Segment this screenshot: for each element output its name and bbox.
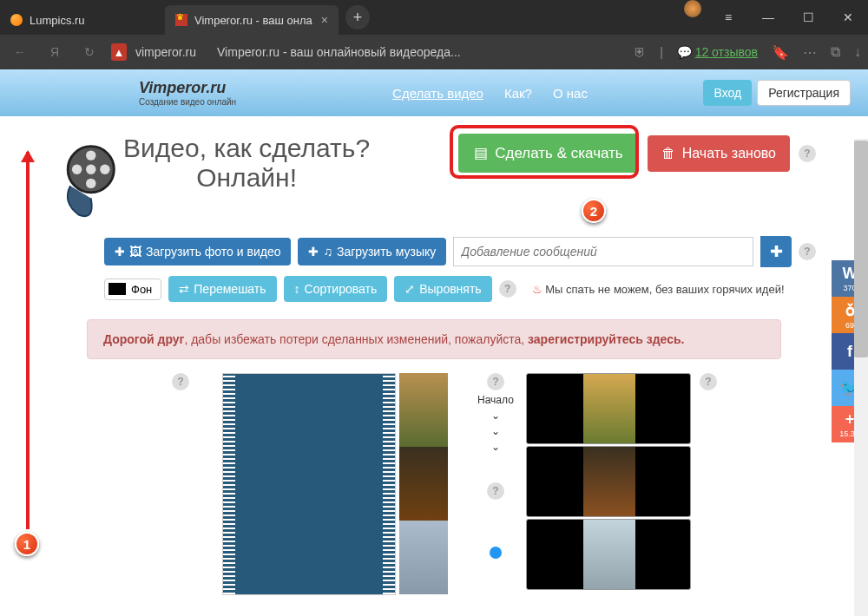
message-input[interactable]: [453, 237, 753, 266]
align-icon: ⤢: [404, 282, 415, 296]
register-here-link[interactable]: зарегистрируйтесь здесь.: [528, 332, 684, 346]
annotation-marker-1: 1: [15, 532, 39, 556]
maximize-button[interactable]: ☐: [788, 0, 828, 35]
svg-point-2: [86, 150, 95, 160]
svg-point-5: [100, 165, 109, 174]
music-icon: ♫: [323, 245, 332, 259]
slider-handle[interactable]: [490, 547, 502, 559]
favicon-icon: [175, 14, 187, 26]
svg-point-4: [72, 165, 82, 174]
tab-label: Vimperor.ru - ваш онла: [194, 14, 312, 27]
help-icon[interactable]: ?: [172, 373, 189, 390]
chevron-down-icon[interactable]: ⌄: [491, 410, 500, 422]
plus-icon: ✚: [308, 245, 319, 259]
chevron-down-icon[interactable]: ⌄: [491, 425, 500, 437]
color-swatch: [108, 283, 126, 295]
yandex-icon[interactable]: Я: [42, 45, 68, 59]
upload-music-button[interactable]: ✚ ♫ Загрузить музыку: [298, 238, 446, 265]
reload-button[interactable]: ↻: [76, 45, 102, 59]
ideas-link[interactable]: ваших горячих идей: [676, 283, 781, 296]
help-icon[interactable]: ?: [487, 482, 504, 500]
browser-tab-lumpics[interactable]: Lumpics.ru: [0, 5, 165, 35]
protect-icon[interactable]: ⛨: [634, 45, 646, 59]
extensions-icon[interactable]: ⧉: [831, 44, 840, 60]
register-button[interactable]: Регистрация: [757, 80, 851, 106]
browser-titlebar: Lumpics.ru Vimperor.ru - ваш онла × + ≡ …: [0, 0, 868, 35]
logo-film-reel-icon: [54, 141, 136, 223]
nav-make-video[interactable]: Сделать видео: [392, 86, 483, 101]
plus-icon: ✚: [115, 245, 125, 259]
preview-frame[interactable]: [526, 519, 691, 590]
chevron-down-icon[interactable]: ⌄: [491, 441, 500, 453]
nav-how[interactable]: Как?: [504, 86, 532, 101]
restart-button[interactable]: 🗑 Начать заново: [648, 135, 790, 172]
shuffle-button[interactable]: ⇄Перемешать: [168, 276, 276, 302]
upload-media-button[interactable]: ✚ 🖼 Загрузить фото и видео: [104, 238, 291, 265]
downloads-icon[interactable]: ↓: [854, 44, 861, 60]
back-button[interactable]: ←: [7, 45, 33, 59]
trash-icon: 🗑: [661, 146, 675, 161]
menu-icon[interactable]: ≡: [708, 0, 748, 35]
help-icon[interactable]: ?: [799, 145, 816, 162]
close-tab-icon[interactable]: ×: [321, 13, 328, 27]
svg-point-1: [86, 165, 95, 174]
login-button[interactable]: Вход: [703, 80, 752, 106]
new-tab-button[interactable]: +: [345, 5, 370, 29]
fire-icon: ♨: [532, 283, 542, 296]
video-canvas[interactable]: [222, 373, 396, 595]
svg-point-3: [86, 179, 95, 188]
background-picker[interactable]: Фон: [104, 279, 161, 300]
help-icon[interactable]: ?: [799, 243, 816, 260]
profile-avatar[interactable]: [684, 0, 701, 17]
preview-frame[interactable]: [526, 446, 691, 517]
browser-urlbar: ← Я ↻ ▲ vimperor.ru Vimperor.ru - ваш он…: [0, 35, 868, 69]
thumb-item[interactable]: [399, 447, 448, 521]
idea-text: ♨ Мы спать не можем, без ваших горячих и…: [532, 283, 785, 296]
close-window-button[interactable]: ✕: [828, 0, 868, 35]
tab-label: Lumpics.ru: [30, 14, 85, 27]
sort-button[interactable]: ↕Сортировать: [284, 276, 388, 302]
help-icon[interactable]: ?: [700, 373, 717, 390]
transition-thumbs: [399, 373, 448, 594]
align-button[interactable]: ⤢Выровнять: [394, 276, 491, 302]
shuffle-icon: ⇄: [179, 282, 189, 296]
more-icon[interactable]: ⋯: [803, 44, 817, 61]
start-label: Начало: [477, 394, 514, 406]
favicon-icon: [10, 14, 23, 26]
register-alert: Дорогой друг, дабы избежать потери сдела…: [87, 319, 781, 359]
thumb-item[interactable]: [399, 521, 448, 594]
sort-icon: ↕: [294, 282, 300, 296]
image-icon: 🖼: [129, 245, 141, 259]
help-icon[interactable]: ?: [487, 373, 504, 390]
minimize-button[interactable]: —: [748, 0, 788, 35]
url-title: Vimperor.ru - ваш онлайновый видеореда..…: [217, 45, 461, 59]
annotation-marker-2: 2: [582, 199, 606, 223]
preview-frame[interactable]: [526, 373, 691, 444]
page-content: Vimperor.ru Создание видео онлайн Сделат…: [0, 69, 868, 616]
annotation-arrow: [26, 152, 30, 529]
nav-about[interactable]: О нас: [553, 86, 588, 101]
brand-tagline: Создание видео онлайн: [139, 97, 236, 107]
reviews-link[interactable]: 💬 12 отзывов: [677, 45, 758, 59]
add-message-button[interactable]: ✚: [760, 236, 792, 267]
page-scrollbar[interactable]: [854, 139, 868, 616]
annotation-highlight: [450, 125, 639, 179]
help-icon[interactable]: ?: [499, 280, 516, 298]
browser-tab-vimperor[interactable]: Vimperor.ru - ваш онла ×: [165, 5, 339, 35]
brand-title: Vimperor.ru: [139, 79, 236, 97]
url-host[interactable]: vimperor.ru: [135, 45, 196, 59]
security-warning-icon[interactable]: ▲: [111, 43, 127, 61]
bookmark-icon[interactable]: 🔖: [772, 44, 789, 61]
thumb-item[interactable]: [399, 373, 448, 447]
site-header: Vimperor.ru Создание видео онлайн Сделат…: [0, 69, 868, 116]
